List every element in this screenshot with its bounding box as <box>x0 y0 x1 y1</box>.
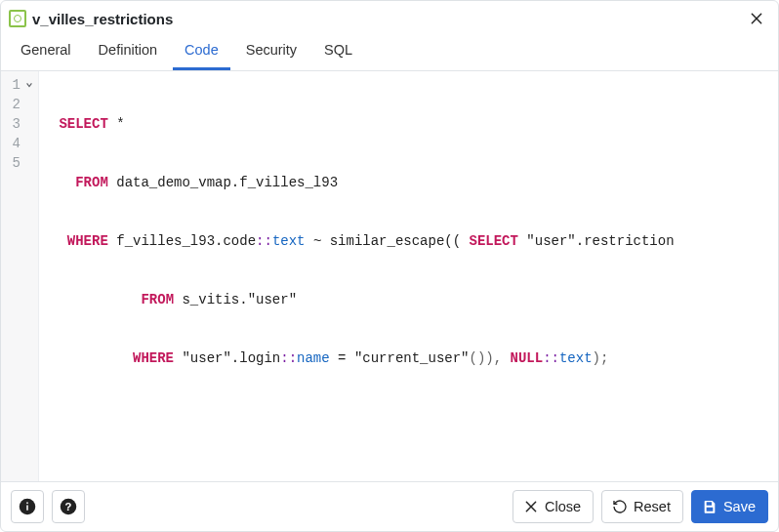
code-text: "user".restriction <box>518 233 675 249</box>
code-text: "current_user" <box>354 350 470 366</box>
kw-null: NULL <box>511 350 544 366</box>
code-content[interactable]: SELECT * FROM data_demo_vmap.f_villes_l9… <box>39 71 778 481</box>
kw-where: WHERE <box>67 233 108 249</box>
type-name: text <box>272 233 306 249</box>
reset-button[interactable]: Reset <box>601 490 683 523</box>
tab-bar: General Definition Code Security SQL <box>1 34 778 71</box>
code-text: "user".login <box>174 350 280 366</box>
svg-rect-2 <box>26 503 28 505</box>
view-icon <box>9 10 26 27</box>
svg-text:?: ? <box>65 501 72 512</box>
tab-code[interactable]: Code <box>173 34 230 70</box>
code-text: f_villes_l93.code <box>108 233 256 249</box>
code-editor[interactable]: 1 2 3 4 5 SELECT * FROM data_demo_vmap.f… <box>1 71 778 481</box>
dialog-header: v_villes_restrictions <box>1 1 778 34</box>
save-button-label: Save <box>723 499 756 514</box>
op-cast: :: <box>256 233 272 249</box>
code-text: s_vitis."user" <box>174 292 297 307</box>
code-text: ~ similar_escape(( <box>305 233 469 249</box>
help-button[interactable]: ? <box>52 490 85 523</box>
code-text: * <box>108 116 125 132</box>
kw-select: SELECT <box>470 233 518 249</box>
code-text: = <box>330 350 354 366</box>
op-cast: :: <box>543 350 559 366</box>
tab-definition[interactable]: Definition <box>87 34 169 70</box>
line-number: 1 <box>7 75 20 95</box>
save-button[interactable]: Save <box>691 490 768 523</box>
type-name: text <box>559 350 593 366</box>
tab-sql[interactable]: SQL <box>312 34 364 70</box>
code-text <box>502 350 510 366</box>
type-name: name <box>297 350 330 366</box>
info-button[interactable] <box>11 490 44 523</box>
kw-where: WHERE <box>133 350 174 366</box>
line-number: 2 <box>7 95 20 114</box>
line-number: 3 <box>7 114 20 134</box>
dialog: v_villes_restrictions General Definition… <box>0 0 779 532</box>
close-button-label: Close <box>545 499 581 514</box>
tab-general[interactable]: General <box>9 34 83 70</box>
reset-button-label: Reset <box>634 499 671 514</box>
kw-from: FROM <box>75 175 108 190</box>
line-number: 5 <box>7 153 20 173</box>
code-text: data_demo_vmap.f_villes_l93 <box>108 175 338 190</box>
svg-rect-1 <box>26 506 28 511</box>
fold-icon[interactable] <box>24 80 34 90</box>
op-cast: :: <box>280 350 297 366</box>
punct: ()), <box>470 350 503 366</box>
punct: ); <box>593 350 609 366</box>
dialog-footer: ? Close Reset Save <box>1 481 778 531</box>
dialog-title: v_villes_restrictions <box>32 11 745 27</box>
close-icon[interactable] <box>745 7 768 30</box>
tab-security[interactable]: Security <box>234 34 308 70</box>
line-number: 4 <box>7 134 20 153</box>
kw-select: SELECT <box>59 116 107 132</box>
gutter: 1 2 3 4 5 <box>1 71 39 481</box>
kw-from: FROM <box>141 292 174 307</box>
close-button[interactable]: Close <box>512 490 594 523</box>
